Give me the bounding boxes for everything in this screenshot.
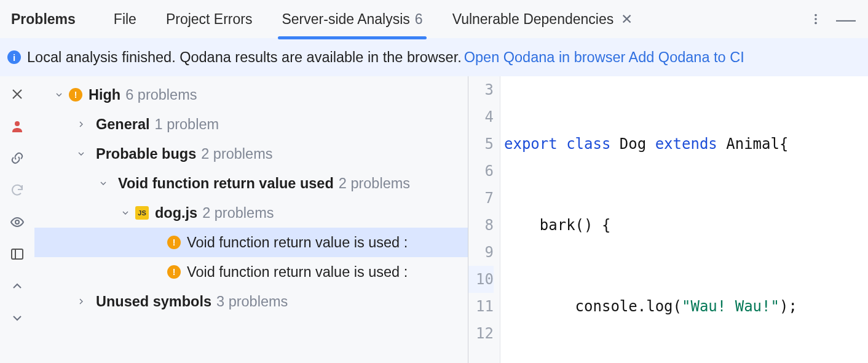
tab-tools: —	[809, 8, 856, 31]
tabs-bar: Problems File Project Errors Server-side…	[0, 0, 868, 38]
tool-icon-column	[0, 76, 34, 363]
chevron-down-icon[interactable]	[52, 87, 66, 102]
tree-label: General	[96, 116, 150, 133]
tree-count: 2 problems	[339, 175, 410, 192]
tree-node-unused-symbols[interactable]: Unused symbols 3 problems	[34, 287, 468, 316]
user-icon[interactable]	[8, 117, 26, 135]
svg-point-2	[815, 22, 817, 25]
tree-count: 2 problems	[202, 205, 274, 221]
code-body[interactable]: export class Dog extends Animal{ bark() …	[500, 76, 868, 363]
tab-label: Problems	[11, 11, 76, 28]
tree-label: Unused symbols	[96, 293, 211, 310]
line-number: 6	[468, 158, 494, 185]
tree-node-file-dogjs[interactable]: JS dog.js 2 problems	[34, 198, 468, 228]
code-preview: 3 4 5 6 7 8 9 10 11 12 export class Dog …	[468, 76, 868, 363]
code-line: export class Dog extends Animal{	[504, 130, 868, 158]
line-number: 8	[468, 212, 494, 239]
svg-point-3	[15, 121, 20, 126]
tree-count: 2 problems	[201, 146, 272, 162]
svg-point-1	[815, 18, 817, 20]
info-banner: i Local analysis finished. Qodana result…	[0, 38, 868, 76]
tab-count: 6	[415, 11, 423, 28]
collapse-up-icon[interactable]	[8, 277, 26, 295]
tree-node-high[interactable]: ! High 6 problems	[34, 80, 468, 110]
severity-high-icon: !	[167, 236, 181, 249]
line-number: 9	[468, 239, 494, 266]
severity-high-icon: !	[167, 265, 181, 279]
problems-tree: ! High 6 problems General 1 problem Prob…	[34, 76, 468, 363]
chevron-right-icon[interactable]	[74, 117, 89, 132]
tab-vulnerable-dependencies[interactable]: Vulnerable Dependencies ✕	[438, 0, 648, 38]
code-gutter: 3 4 5 6 7 8 9 10 11 12	[468, 76, 500, 363]
line-number: 11	[468, 293, 494, 320]
tree-label: High	[89, 87, 120, 103]
preview-icon[interactable]	[8, 213, 26, 231]
tab-label: File	[114, 11, 136, 28]
close-icon[interactable]: ✕	[621, 11, 633, 28]
tree-label: Void function return value is used :	[187, 234, 408, 251]
tab-label: Vulnerable Dependencies	[452, 11, 614, 28]
line-number: 4	[468, 103, 494, 130]
main-content: ! High 6 problems General 1 problem Prob…	[0, 76, 868, 363]
line-number: 3	[468, 76, 494, 103]
close-icon[interactable]	[8, 85, 26, 103]
tree-count: 1 problem	[155, 116, 219, 133]
chevron-right-icon[interactable]	[74, 294, 89, 309]
line-number: 10	[468, 266, 494, 293]
chevron-down-icon[interactable]	[74, 146, 89, 161]
line-number: 5	[468, 130, 494, 158]
code-line: bark() {	[504, 212, 868, 239]
tree-count: 6 problems	[125, 87, 197, 103]
svg-point-0	[815, 14, 817, 17]
tree-node-probable-bugs[interactable]: Probable bugs 2 problems	[34, 139, 468, 169]
tree-label: Void function return value is used :	[187, 264, 408, 281]
svg-point-4	[15, 220, 19, 224]
sidebar-icon[interactable]	[8, 245, 26, 263]
tab-file[interactable]: File	[99, 0, 151, 38]
line-number: 12	[468, 320, 494, 347]
link-icon[interactable]	[8, 149, 26, 167]
severity-high-icon: !	[69, 88, 82, 102]
tab-label: Project Errors	[166, 11, 253, 28]
code-line: console.log("Wau! Wau!");	[504, 293, 868, 320]
tree-label: Probable bugs	[96, 146, 196, 162]
tab-problems[interactable]: Problems	[9, 0, 99, 38]
tree-node-void-group[interactable]: Void function return value used 2 proble…	[34, 169, 468, 198]
tree-node-general[interactable]: General 1 problem	[34, 110, 468, 139]
tree-issue-1[interactable]: ! Void function return value is used :	[34, 228, 468, 257]
link-open-qodana[interactable]: Open Qodana in browser	[464, 49, 626, 65]
svg-rect-5	[12, 249, 23, 259]
kebab-icon[interactable]	[809, 12, 823, 26]
line-number: 7	[468, 185, 494, 212]
banner-text: Local analysis finished. Qodana results …	[27, 49, 462, 66]
tree-issue-2[interactable]: ! Void function return value is used :	[34, 257, 468, 287]
link-add-qodana-ci[interactable]: Add Qodana to CI	[629, 49, 744, 65]
tree-label: Void function return value used	[118, 175, 334, 192]
chevron-down-icon[interactable]	[96, 176, 111, 191]
tree-label: dog.js	[155, 205, 197, 221]
expand-down-icon[interactable]	[8, 309, 26, 327]
info-icon: i	[7, 50, 21, 64]
js-file-icon: JS	[135, 206, 149, 220]
minimize-icon[interactable]: —	[836, 8, 856, 31]
tab-server-side-analysis[interactable]: Server-side Analysis 6	[267, 0, 437, 38]
tree-count: 3 problems	[216, 293, 288, 310]
tab-label: Server-side Analysis	[282, 11, 409, 28]
refresh-icon[interactable]	[8, 181, 26, 199]
chevron-down-icon[interactable]	[118, 205, 133, 220]
tab-project-errors[interactable]: Project Errors	[151, 0, 267, 38]
